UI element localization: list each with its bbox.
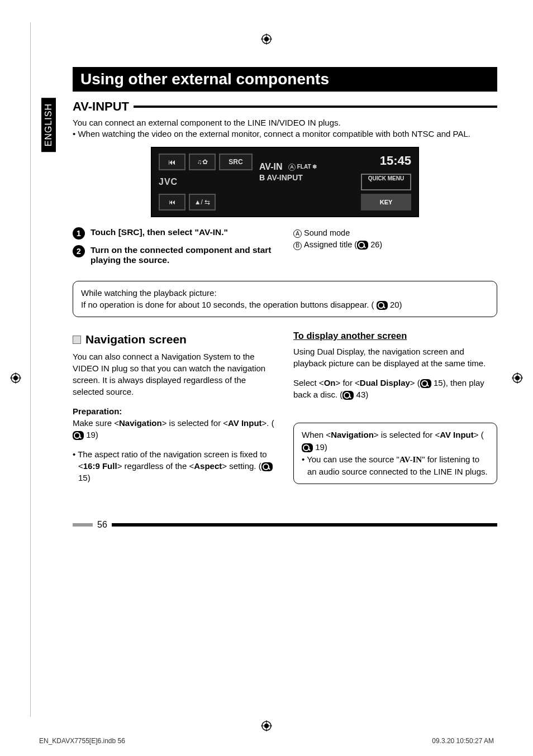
- prep-mid: > is selected for <: [162, 418, 228, 428]
- prep-pre: Make sure <: [73, 418, 119, 428]
- intro-bullet: • When watching the video on the externa…: [73, 128, 497, 140]
- box-post: > (: [474, 430, 484, 439]
- section-heading-text: AV-INPUT: [73, 99, 129, 114]
- page-ref-icon: [377, 301, 388, 310]
- device-logo: JVC: [159, 174, 216, 190]
- prep-post: >. (: [262, 418, 274, 428]
- p2-mid: > for <: [335, 378, 359, 387]
- steps-column: 1 Touch [SRC], then select "AV-IN." 2 Tu…: [73, 227, 277, 271]
- registration-mark-right: [512, 372, 523, 384]
- intro-line1: You can connect an external component to…: [73, 117, 497, 128]
- device-music-button: ♫✿: [189, 154, 216, 170]
- p2-ref2: 43: [356, 390, 366, 399]
- step-2: 2 Turn on the connected component and st…: [73, 245, 277, 265]
- device-prev2-button: ⏮: [159, 194, 185, 210]
- aspect-mid: > regardless of the <: [117, 461, 194, 471]
- p2-post: > (: [410, 378, 420, 387]
- legend-b-icon: B: [293, 242, 302, 250]
- note-line2: If no operation is done for about 10 sec…: [81, 299, 489, 311]
- page-ref-icon: [342, 391, 354, 400]
- p2-b1: On: [324, 378, 336, 387]
- box-pre: When <: [302, 430, 331, 439]
- page-content: Using other external components AV-INPUT…: [39, 67, 497, 530]
- box-bullet: • You can use the source "AV-IN" for lis…: [302, 453, 489, 479]
- page-number-bar: 56: [73, 520, 497, 530]
- device-source-name: AV-IN: [259, 162, 282, 171]
- display-p1: Using Dual Display, the navigation scree…: [293, 346, 497, 369]
- display-heading: To display another screen: [293, 331, 497, 341]
- note-l2-ref: 20: [390, 300, 399, 309]
- display-p2: Select <On> for <Dual Display> ( 15), th…: [293, 377, 497, 400]
- page-ref-icon: [357, 241, 368, 250]
- note-line1: While watching the playback picture:: [81, 287, 489, 299]
- box-bullet-pre: • You can use the source ": [302, 454, 399, 464]
- device-src-button: SRC: [219, 154, 253, 170]
- registration-mark-left: [10, 372, 21, 384]
- footer-left: EN_KDAVX7755[E]6.indb 56: [39, 737, 125, 745]
- prep-end: ): [96, 430, 98, 439]
- heading-rule: [134, 106, 497, 108]
- prep-ref: 19: [86, 430, 96, 439]
- page-ref-icon: [420, 379, 431, 388]
- page-ref-icon: [261, 462, 273, 471]
- legend-b-pre: Assigned title (: [304, 240, 357, 249]
- device-eject-button: ▲/ ⇆: [189, 194, 216, 210]
- device-screenshot: ⏮ ♫✿ SRC AV-IN A FLAT ❄ B AV-INPUT 15:45…: [151, 147, 419, 217]
- nav-p1: You can also connect a Navigation System…: [73, 351, 277, 398]
- playback-note-box: While watching the playback picture: If …: [73, 281, 497, 318]
- prev2-icon: ⏮: [169, 198, 175, 206]
- legend-column: ASound mode BAssigned title ( 26): [293, 227, 497, 271]
- legend-a-icon: A: [293, 229, 302, 238]
- svg-point-7: [13, 376, 18, 380]
- nav-heading-row: Navigation screen: [73, 333, 277, 346]
- legend-a-text: Sound mode: [304, 228, 350, 237]
- svg-point-15: [264, 724, 269, 728]
- legend-b-post: ): [379, 240, 382, 249]
- page-title: Using other external components: [73, 67, 497, 92]
- note-l2-pre: If no operation is done for about 10 sec…: [81, 300, 377, 309]
- prep-b1: Navigation: [119, 418, 162, 428]
- footer-right: 09.3.20 10:50:27 AM: [432, 737, 494, 745]
- box-end: ): [325, 442, 327, 452]
- legend-b: BAssigned title ( 26): [293, 239, 497, 251]
- box-bullet-b: AV-IN: [399, 455, 422, 464]
- nav-preparation: Preparation: Make sure <Navigation> is s…: [73, 405, 277, 441]
- print-footer: EN_KDAVX7755[E]6.indb 56 09.3.20 10:50:2…: [39, 737, 494, 745]
- aspect-b2: Aspect: [194, 461, 222, 471]
- marker-a-icon: A: [288, 164, 296, 171]
- prep-b2: AV Input: [228, 418, 262, 428]
- legend-b-ref: 26: [370, 240, 379, 249]
- box-b1: Navigation: [331, 430, 374, 439]
- step-1-text: Touch [SRC], then select "AV-IN.": [91, 227, 228, 240]
- device-clock: 15:45: [361, 154, 411, 170]
- registration-mark-top: [261, 34, 272, 45]
- legend-a: ASound mode: [293, 227, 497, 240]
- page-ref-icon: [302, 443, 313, 452]
- prep-label: Preparation:: [73, 406, 122, 416]
- p2-end: ): [365, 390, 368, 399]
- nav-heading-box-icon: [73, 336, 81, 344]
- note-l2-post: ): [399, 300, 402, 309]
- svg-point-3: [264, 37, 269, 41]
- aspect-end: ): [88, 473, 91, 482]
- step-1: 1 Touch [SRC], then select "AV-IN.": [73, 227, 277, 240]
- p2-pre: Select <: [293, 378, 324, 387]
- device-soundmode: FLAT: [297, 164, 311, 170]
- nav-heading: Navigation screen: [85, 333, 187, 346]
- step-number-2-icon: 2: [73, 245, 85, 257]
- box-mid: > is selected for <: [374, 430, 440, 439]
- box-ref: 19: [315, 442, 325, 452]
- page-number: 56: [97, 520, 107, 530]
- device-title: AV-INPUT: [267, 173, 303, 182]
- page-ref-icon: [73, 431, 84, 440]
- box-line1: When <Navigation> is selected for <AV In…: [302, 429, 489, 453]
- nav-column: Navigation screen You can also connect a…: [73, 331, 277, 497]
- marker-b-icon: B: [259, 173, 265, 182]
- registration-mark-bottom: [261, 720, 272, 731]
- prev-icon: ⏮: [168, 157, 176, 166]
- step-number-1-icon: 1: [73, 227, 85, 240]
- eject-icon: ▲/ ⇆: [194, 198, 211, 206]
- nav-aspect: • The aspect ratio of the navigation scr…: [73, 448, 277, 484]
- trim-line: [30, 22, 31, 717]
- box-b2: AV Input: [440, 430, 474, 439]
